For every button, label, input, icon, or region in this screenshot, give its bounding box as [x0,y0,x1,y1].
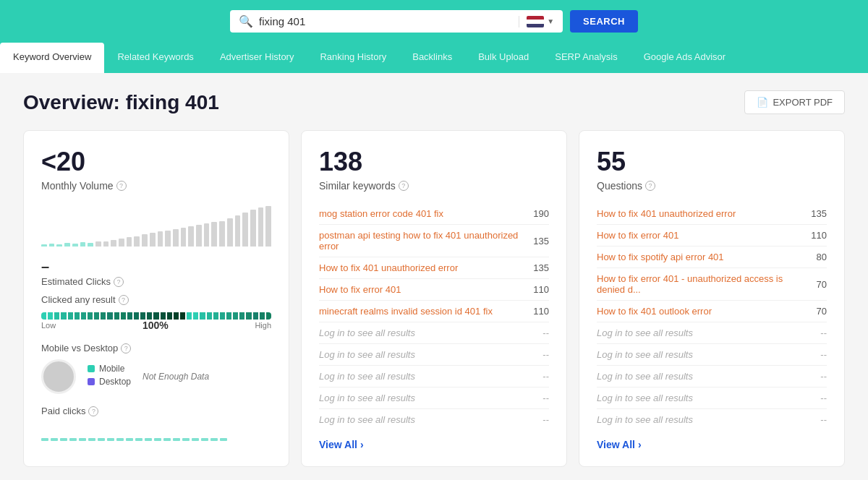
chevron-down-icon: ▼ [547,17,554,25]
paid-bar [69,438,77,441]
tab-google-ads-advisor[interactable]: Google Ads Advisor [631,43,739,73]
muted-keyword: Log in to see all results [319,414,415,425]
tab-related-keywords[interactable]: Related Keywords [104,43,207,73]
monthly-volume-help-icon[interactable]: ? [116,181,127,191]
questions-count: 55 [597,147,827,177]
keyword-link[interactable]: minecraft realms invalid session id 401 … [319,306,493,317]
main-content: Overview: fixing 401 📄 EXPORT PDF <20 Mo… [0,73,868,480]
list-item: How to fix error 401110 [597,225,827,247]
question-link[interactable]: How to fix 401 unauthorized error [597,208,736,219]
search-input[interactable] [259,15,510,27]
similar-keywords-card: 138 Similar keywords ? mog station error… [301,130,567,467]
paid-bar [220,438,227,441]
volume-dash: -- [805,371,827,382]
export-label: EXPORT PDF [773,97,833,108]
paid-bar [60,438,67,441]
search-button[interactable]: SEARCH [570,10,638,33]
keyword-link[interactable]: How to fix 401 unauthorized error [319,262,458,273]
desktop-dot [88,378,95,385]
muted-question: Log in to see all results [597,371,693,382]
paid-bar [88,438,95,441]
paid-bar [201,438,208,441]
cards-row: <20 Monthly Volume ? – Estimated Clicks … [23,130,845,467]
tab-serp-analysis[interactable]: SERP Analysis [542,43,630,73]
tab-keyword-overview[interactable]: Keyword Overview [0,43,104,73]
low-label: Low [41,321,56,330]
question-volume: 70 [805,306,827,317]
list-item: minecraft realms invalid session id 401 … [319,301,549,322]
volume-dash: -- [527,349,549,360]
not-enough-data-text: Not Enough Data [142,372,209,382]
estimated-clicks-help-icon[interactable]: ? [114,277,124,287]
flag-selector[interactable]: ▼ [519,16,554,27]
list-item: Log in to see all results-- [319,322,549,344]
muted-question: Log in to see all results [597,414,693,425]
page-header: Overview: fixing 401 📄 EXPORT PDF [23,90,845,114]
question-volume: 70 [805,279,827,290]
list-item: Log in to see all results-- [597,409,827,430]
keyword-volume: 110 [527,284,549,295]
question-link[interactable]: How to fix 401 outlook error [597,306,712,317]
keyword-link[interactable]: How to fix error 401 [319,284,401,295]
mvd-label: Mobile vs Desktop ? [41,343,271,353]
similar-keywords-view-all[interactable]: View All › [319,439,549,450]
export-pdf-button[interactable]: 📄 EXPORT PDF [744,90,845,114]
questions-help-icon[interactable]: ? [645,181,655,191]
muted-keyword: Log in to see all results [319,327,415,338]
high-label: High [255,321,271,330]
tab-advertiser-history[interactable]: Advertiser History [207,43,307,73]
list-item: How to fix 401 outlook error70 [597,301,827,322]
tab-bulk-upload[interactable]: Bulk Upload [465,43,542,73]
list-item: Log in to see all results-- [597,366,827,387]
progress-labels: Low 100% High [41,320,271,331]
tab-ranking-history[interactable]: Ranking History [307,43,399,73]
nav-tabs: Keyword Overview Related Keywords Advert… [0,43,868,73]
arrow-right-icon: › [360,439,364,450]
paid-bar [79,438,86,441]
volume-dash: -- [805,393,827,403]
question-volume: 80 [805,252,827,262]
question-link[interactable]: How to fix error 401 - unauthorized acce… [597,273,805,295]
volume-card: <20 Monthly Volume ? – Estimated Clicks … [23,130,289,467]
estimated-clicks-stat: – [41,258,271,275]
question-link[interactable]: How to fix spotify api error 401 [597,252,724,262]
tab-backlinks[interactable]: Backlinks [399,43,465,73]
similar-keywords-help-icon[interactable]: ? [399,181,409,191]
header: 🔍 ▼ SEARCH [0,0,868,43]
clicked-any-result-section: Clicked any result ? Low 100% High [41,294,271,331]
paid-clicks-bars [41,424,271,441]
muted-keyword: Log in to see all results [319,349,415,360]
keyword-volume: 135 [527,262,549,273]
paid-bar [107,438,114,441]
questions-view-all[interactable]: View All › [597,439,827,450]
list-item: How to fix error 401 - unauthorized acce… [597,268,827,301]
volume-dash: -- [527,327,549,338]
estimated-clicks-section: – Estimated Clicks ? [41,258,271,287]
list-item: How to fix spotify api error 40180 [597,247,827,268]
mvd-help-icon[interactable]: ? [121,343,131,353]
paid-bar [41,438,48,441]
paid-bar [173,438,180,441]
question-link[interactable]: How to fix error 401 [597,230,678,241]
keyword-link[interactable]: postman api testing how to fix 401 unaut… [319,230,527,252]
keyword-volume: 135 [527,236,549,247]
muted-question: Log in to see all results [597,349,693,360]
volume-dash: -- [527,371,549,382]
paid-clicks-label: Paid clicks ? [41,406,271,416]
mobile-vs-desktop-section: Mobile vs Desktop ? Mobile Desktop [41,343,271,394]
question-volume: 135 [805,208,827,219]
paid-bar [145,438,152,441]
muted-question: Log in to see all results [597,393,693,403]
page-title: Overview: fixing 401 [23,91,219,114]
volume-dash: -- [805,349,827,360]
paid-clicks-help-icon[interactable]: ? [88,406,98,416]
list-item: Log in to see all results-- [319,366,549,387]
paid-bar [154,438,161,441]
clicked-help-icon[interactable]: ? [119,295,129,305]
mvd-donut-chart [41,359,76,394]
flag-icon [527,16,544,27]
keyword-volume: 110 [527,306,549,317]
monthly-volume-stat: <20 [41,147,271,177]
export-icon: 📄 [757,97,768,108]
keyword-link[interactable]: mog station error code 401 fix [319,208,443,219]
